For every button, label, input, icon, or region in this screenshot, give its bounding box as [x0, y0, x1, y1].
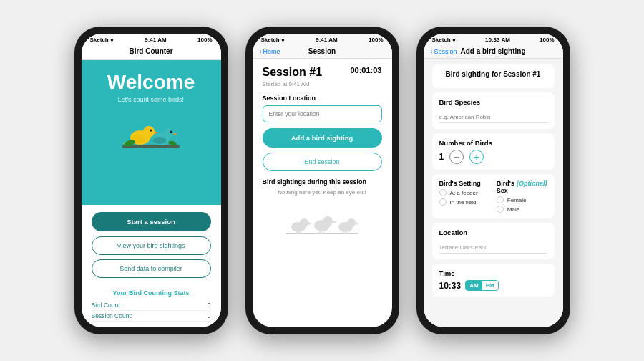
session-content: Session #1 00:01:03 Started at 9:41 AM S…	[253, 59, 392, 327]
form-page-title: Bird sighting for Session #1	[439, 70, 547, 78]
decrement-button[interactable]: −	[449, 150, 464, 164]
svg-point-2	[143, 126, 155, 138]
back-button-2[interactable]: ‹ Home	[260, 48, 280, 55]
svg-point-9	[170, 130, 172, 133]
stat-row-session: Session Count: 0	[92, 311, 211, 322]
radio-circle-field	[439, 198, 447, 206]
status-time-2: 9:41 AM	[316, 37, 337, 43]
time-value: 10:33	[439, 281, 462, 291]
setting-radio-group: At a feeder In the field	[439, 189, 489, 206]
setting-feeder-label: At a feeder	[450, 190, 478, 196]
location-card-3: Location	[432, 223, 555, 259]
phone3-nav: ‹ Session Add a bird sighting	[424, 44, 563, 59]
end-session-button[interactable]: End session	[263, 153, 382, 171]
phone3-content: Bird sighting for Session #1 Bird Specie…	[424, 59, 563, 327]
hero-area: Welcome Let's count some birds!	[82, 60, 221, 205]
phones-container: Sketch ● 9:41 AM 100% Bird Counter Welco…	[60, 12, 585, 349]
location-input-3[interactable]	[439, 243, 547, 254]
stat-row-bird: Bird Count: 0	[92, 300, 211, 311]
sex-female[interactable]: Female	[497, 196, 547, 203]
phone2-screen: Sketch ● 9:41 AM 100% ‹ Home Session Ses…	[253, 34, 392, 327]
back-label-2: Home	[263, 48, 280, 55]
number-label: Number of Birds	[439, 139, 547, 147]
no-sightings-text: Nothing here yet. Keep an eye out!	[263, 189, 382, 196]
sex-female-label: Female	[507, 197, 527, 203]
radio-circle-female	[497, 196, 504, 203]
sex-male-label: Male	[507, 206, 519, 213]
svg-marker-22	[333, 221, 337, 223]
phone1: Sketch ● 9:41 AM 100% Bird Counter Welco…	[74, 27, 228, 334]
welcome-title: Welcome	[107, 72, 195, 94]
svg-marker-10	[174, 133, 177, 135]
status-time-1: 9:41 AM	[145, 37, 166, 43]
radio-circle-feeder	[439, 189, 447, 196]
time-toggle: AM PM	[465, 280, 498, 291]
setting-col-title: Bird's Setting	[439, 180, 489, 187]
start-session-button[interactable]: Start a session	[92, 212, 211, 231]
session-timer: 00:01:03	[350, 66, 381, 74]
setting-field-label: In the field	[450, 199, 477, 206]
phone1-buttons: Start a session View your bird sightings…	[82, 205, 221, 289]
sex-col: Bird's Sex (Optional) Female	[497, 180, 547, 213]
species-input[interactable]	[439, 112, 547, 123]
session-count-label: Session Count:	[92, 312, 133, 319]
svg-marker-17	[308, 222, 312, 225]
status-bar-2: Sketch ● 9:41 AM 100%	[253, 34, 392, 44]
welcome-subtitle: Let's count some birds!	[118, 96, 184, 103]
phone2: Sketch ● 9:41 AM 100% ‹ Home Session Ses…	[245, 27, 399, 334]
session-header: Session #1 00:01:03	[263, 66, 382, 79]
svg-point-16	[300, 218, 308, 227]
sex-col-title: Bird's Sex	[497, 180, 514, 194]
am-button[interactable]: AM	[466, 281, 482, 290]
location-label-3: Location	[439, 228, 547, 236]
svg-point-3	[150, 129, 152, 131]
session-started: Started at 9:41 AM	[263, 81, 382, 87]
svg-point-11	[153, 137, 166, 144]
add-sighting-button[interactable]: Add a bird sighting	[263, 128, 382, 148]
number-card: Number of Birds 1 − +	[432, 133, 555, 170]
phone2-nav: ‹ Home Session	[253, 44, 392, 59]
stats-title: Your Bird Counting Stats	[92, 289, 211, 297]
app-title-1: Bird Counter	[129, 47, 172, 55]
back-button-3[interactable]: ‹ Session	[431, 48, 457, 55]
chevron-left-icon-3: ‹	[431, 48, 433, 55]
session-count-value: 0	[208, 312, 211, 319]
species-label: Bird Species	[439, 98, 547, 106]
increment-button[interactable]: +	[469, 150, 484, 164]
number-value: 1	[439, 152, 444, 162]
phone3: Sketch ● 10:33 AM 100% ‹ Session Add a b…	[416, 27, 570, 334]
species-card: Bird Species	[432, 92, 555, 129]
session-title: Session #1	[263, 66, 323, 79]
svg-marker-27	[356, 222, 359, 225]
status-left-1: Sketch ●	[90, 37, 114, 43]
number-control: 1 − +	[439, 150, 547, 164]
birds-silhouette	[283, 201, 361, 241]
pm-button[interactable]: PM	[482, 281, 498, 290]
status-bar-1: Sketch ● 9:41 AM 100%	[82, 34, 221, 44]
chevron-left-icon: ‹	[260, 48, 262, 55]
setting-feeder[interactable]: At a feeder	[439, 189, 489, 196]
svg-point-26	[347, 218, 356, 227]
two-col-setting-sex: Bird's Setting At a feeder In the field	[439, 180, 547, 213]
location-label-2: Session Location	[263, 95, 382, 102]
status-right-2: 100%	[369, 37, 383, 43]
time-row: 10:33 AM PM	[439, 280, 547, 291]
status-left-2: Sketch ●	[261, 37, 285, 43]
bird-illustration	[119, 109, 183, 155]
status-right-3: 100%	[540, 37, 554, 43]
view-sightings-button[interactable]: View your bird sightings	[92, 236, 211, 255]
sex-male[interactable]: Male	[497, 206, 547, 213]
nav-title-3: Add a bird sighting	[460, 47, 525, 55]
setting-field[interactable]: In the field	[439, 198, 489, 206]
sex-radio-group: Female Male	[497, 196, 547, 213]
location-input-2[interactable]	[263, 105, 382, 122]
phone3-screen: Sketch ● 10:33 AM 100% ‹ Session Add a b…	[424, 34, 563, 327]
app-header-1: Bird Counter	[82, 44, 221, 60]
setting-sex-card: Bird's Setting At a feeder In the field	[432, 174, 555, 218]
send-data-button[interactable]: Send data to compiler	[92, 259, 211, 278]
time-card: Time 10:33 AM PM	[432, 264, 555, 297]
phone1-screen: Sketch ● 9:41 AM 100% Bird Counter Welco…	[82, 34, 221, 327]
time-label: Time	[439, 269, 547, 277]
stats-section: Your Bird Counting Stats Bird Count: 0 S…	[82, 289, 221, 327]
nav-title-2: Session	[308, 47, 336, 55]
